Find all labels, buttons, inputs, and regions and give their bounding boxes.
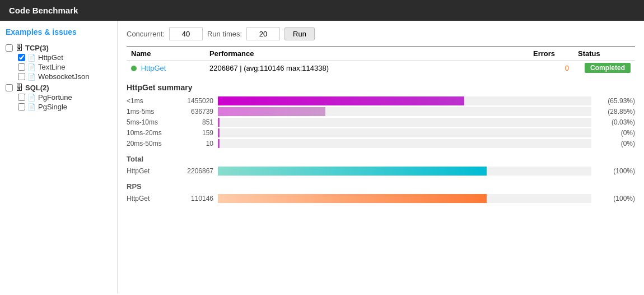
total-bar-label: HttpGet [127,167,174,175]
summary-bar-pct-4: (0%) [596,140,635,148]
doc-icon-textline: 📄 [27,63,36,71]
concurrent-label: Concurrent: [127,30,165,38]
summary-bar-row-3: 10ms-20ms 159 (0%) [127,128,635,137]
runtimes-input[interactable] [246,27,280,40]
total-bar-row: HttpGet 2206867 (100%) [127,167,635,176]
th-errors: Errors [529,47,573,61]
summary-bar-pct-1: (28.85%) [596,108,635,116]
doc-icon-httpget: 📄 [27,54,36,62]
layers-icon-sql: 🗄 [15,83,23,92]
group-label-sql: SQL(2) [25,84,49,92]
summary-bar-row-4: 20ms-50ms 10 (0%) [127,139,635,148]
total-bar-track [218,167,591,176]
item-label-pgfortune: PgFortune [38,93,72,102]
checkbox-httpget[interactable] [18,54,25,61]
total-bar-pct: (100%) [596,167,635,175]
checkbox-pgsingle[interactable] [18,103,25,110]
summary-bar-pct-3: (0%) [596,129,635,137]
checkbox-websocketjson[interactable] [18,73,25,80]
tree-group-tcp: 🗄 TCP(3) 📄 HttpGet 📄 TextLine 📄 Websocke… [6,43,111,81]
checkbox-pgfortune[interactable] [18,94,25,101]
summary-bar-track-2 [218,118,591,127]
rps-bar-row: HttpGet 110146 (100%) [127,194,635,203]
summary-bar-track-4 [218,139,591,148]
item-label-pgsingle: PgSingle [38,103,67,111]
summary-bar-count-4: 10 [174,140,213,148]
tree-item-websocketjson[interactable]: 📄 WebsocketJson [6,72,111,81]
tree-item-pgfortune[interactable]: 📄 PgFortune [6,93,111,102]
tree-group-header-sql[interactable]: 🗄 SQL(2) [6,83,111,92]
summary-bar-track-0 [218,96,591,105]
row-name-link[interactable]: HttpGet [141,64,166,72]
row-errors-cell: 0 [529,61,573,76]
item-label-websocketjson: WebsocketJson [38,72,90,81]
checkbox-sql[interactable] [6,84,13,91]
app-title: Code Benchmark [9,6,78,15]
content-area: Concurrent: Run times: Run Name Performa… [118,21,644,293]
row-perf-cell: 2206867 | (avg:110146 max:114338) [205,61,529,76]
rps-label: RPS [127,182,635,191]
tree-item-httpget[interactable]: 📄 HttpGet [6,53,111,62]
item-label-textline: TextLine [38,63,65,71]
summary-bar-label-2: 5ms-10ms [127,118,174,126]
rps-bar-label: HttpGet [127,195,174,202]
sidebar-title: Examples & issues [6,27,111,36]
checkbox-textline[interactable] [18,63,25,71]
summary-bar-row-2: 5ms-10ms 851 (0.03%) [127,118,635,127]
summary-bar-count-0: 1455020 [174,97,213,105]
th-status: Status [573,47,635,61]
rps-bar-count: 110146 [174,195,213,202]
row-name-cell: HttpGet [127,61,205,76]
item-label-httpget: HttpGet [38,53,63,62]
rps-bar-track [218,194,591,203]
summary-bar-row-1: 1ms-5ms 636739 (28.85%) [127,107,635,116]
summary-bar-count-3: 159 [174,129,213,137]
summary-bar-pct-2: (0.03%) [596,118,635,126]
main-layout: Examples & issues 🗄 TCP(3) 📄 HttpGet 📄 T… [0,21,644,293]
tree-group-header-tcp[interactable]: 🗄 TCP(3) [6,43,111,52]
checkbox-tcp[interactable] [6,44,13,52]
summary-title: HttpGet summary [127,83,635,92]
summary-bar-label-4: 20ms-50ms [127,140,174,148]
summary-bar-pct-0: (65.93%) [596,97,635,105]
tree-group-sql: 🗄 SQL(2) 📄 PgFortune 📄 PgSingle [6,83,111,111]
total-bar-fill [218,167,487,176]
status-badge: Completed [585,63,631,73]
status-dot [131,66,137,71]
group-label-tcp: TCP(3) [25,44,49,52]
summary-bar-row-0: <1ms 1455020 (65.93%) [127,96,635,105]
summary-bar-track-1 [218,107,591,116]
row-status-cell: Completed [573,61,635,76]
total-label: Total [127,155,635,163]
rps-bar-pct: (100%) [596,195,635,202]
total-bar-count: 2206867 [174,167,213,175]
layers-icon-tcp: 🗄 [15,43,23,52]
summary-bar-track-3 [218,128,591,137]
concurrent-input[interactable] [169,27,203,40]
doc-icon-pgfortune: 📄 [27,94,36,102]
doc-icon-pgsingle: 📄 [27,103,36,111]
table-row: HttpGet 2206867 | (avg:110146 max:114338… [127,61,635,76]
summary-bar-fill-1 [218,107,325,116]
summary-bar-fill-0 [218,96,464,105]
th-name: Name [127,47,205,61]
sidebar: Examples & issues 🗄 TCP(3) 📄 HttpGet 📄 T… [0,21,118,293]
controls-row: Concurrent: Run times: Run [127,27,635,40]
doc-icon-websocketjson: 📄 [27,73,36,81]
runtimes-label: Run times: [207,30,242,38]
app-header: Code Benchmark [0,0,644,21]
th-performance: Performance [205,47,529,61]
rps-bar-fill [218,194,487,203]
summary-bar-label-3: 10ms-20ms [127,129,174,137]
run-button[interactable]: Run [284,27,315,40]
summary-bar-fill-3 [218,128,220,137]
summary-bar-count-1: 636739 [174,108,213,116]
summary-bar-label-0: <1ms [127,97,174,105]
results-table: Name Performance Errors Status HttpGet 2… [127,46,635,75]
summary-bar-count-2: 851 [174,118,213,126]
summary-bars: <1ms 1455020 (65.93%) 1ms-5ms 636739 (28… [127,96,635,148]
summary-bar-fill-2 [218,118,220,127]
summary-bar-fill-4 [218,139,220,148]
tree-item-pgsingle[interactable]: 📄 PgSingle [6,103,111,111]
tree-item-textline[interactable]: 📄 TextLine [6,63,111,71]
